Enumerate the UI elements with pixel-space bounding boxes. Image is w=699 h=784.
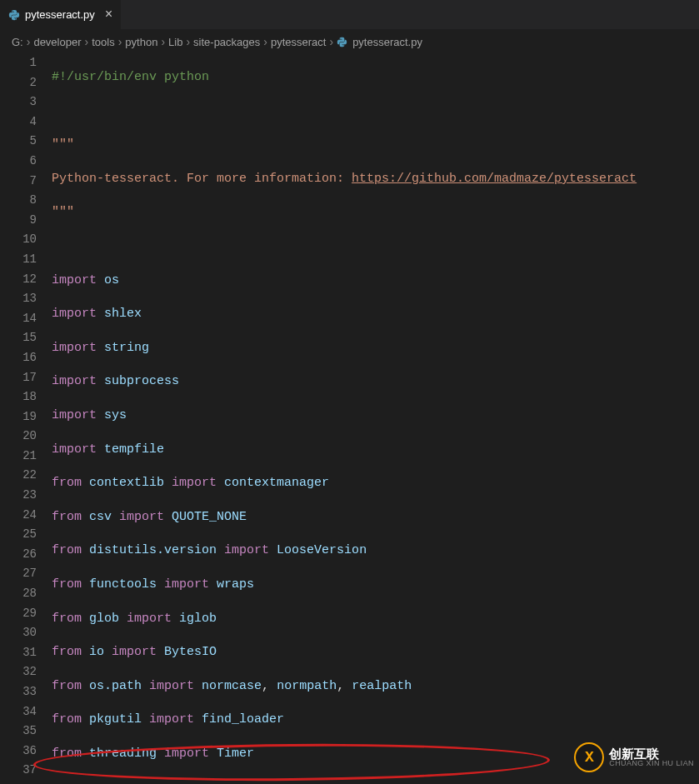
tab-label: pytesseract.py	[25, 8, 95, 21]
code-text: os.path	[89, 679, 142, 693]
chevron-right-icon: ›	[118, 35, 122, 48]
close-icon[interactable]: ×	[105, 7, 113, 22]
line-number: 20	[0, 427, 37, 447]
line-number: 24	[0, 506, 37, 526]
line-number: 33	[0, 682, 37, 702]
code-text: contextlib	[89, 476, 164, 490]
chevron-right-icon: ›	[161, 35, 165, 48]
code-text: find_loader	[202, 712, 284, 727]
code-text: Timer	[217, 747, 254, 761]
line-number: 15	[0, 328, 37, 348]
line-number: 25	[0, 525, 37, 545]
line-number: 28	[0, 584, 37, 604]
line-number: 9	[0, 211, 37, 231]
code-text: distutils.version	[89, 543, 217, 557]
code-text: from	[52, 712, 82, 727]
line-number: 37	[0, 761, 37, 781]
code-text: LooseVersion	[277, 543, 367, 557]
code-text: os	[104, 273, 119, 287]
code-text: import	[164, 577, 209, 592]
code-text: from	[52, 577, 82, 592]
chevron-right-icon: ›	[85, 35, 89, 48]
line-number: 4	[0, 112, 37, 132]
breadcrumb: G: › developer › tools › python › Lib › …	[0, 30, 699, 53]
chevron-right-icon: ›	[263, 35, 267, 48]
code-text: functools	[89, 577, 157, 592]
code-text: import	[119, 510, 164, 524]
code-text: from	[52, 747, 82, 761]
line-number: 2	[0, 73, 37, 93]
line-number: 19	[0, 407, 37, 427]
breadcrumb-item[interactable]: Lib	[168, 36, 182, 48]
code-text: import	[52, 341, 97, 355]
code-text: import	[149, 712, 194, 727]
line-number: 3	[0, 92, 37, 112]
code-text: import	[52, 408, 97, 422]
tab-bar: pytesseract.py ×	[0, 0, 699, 30]
code-text: realpath	[352, 679, 412, 693]
code-text: pkgutil	[89, 712, 142, 727]
code-text: string	[104, 341, 149, 355]
line-number: 10	[0, 230, 37, 250]
code-editor[interactable]: 1234567891011121314151617181920212223242…	[0, 53, 699, 779]
code-text: shlex	[104, 307, 142, 321]
code-text: import	[149, 679, 194, 693]
code-text: QUOTE_NONE	[172, 510, 247, 524]
code-text: wraps	[217, 577, 254, 592]
line-number: 12	[0, 270, 37, 290]
line-number: 18	[0, 387, 37, 407]
breadcrumb-item[interactable]: python	[125, 36, 157, 48]
code-text: import	[224, 543, 269, 557]
line-number: 14	[0, 309, 37, 329]
code-content[interactable]: #!/usr/bin/env python """ Python-tessera…	[52, 53, 699, 779]
line-number-gutter: 1234567891011121314151617181920212223242…	[0, 53, 52, 779]
code-text: from	[52, 612, 82, 626]
chevron-right-icon: ›	[27, 35, 31, 48]
code-text: import	[127, 612, 172, 626]
code-text: sys	[104, 408, 127, 422]
code-text: iglob	[179, 612, 217, 626]
code-text: Python-tesseract. For more information:	[52, 172, 352, 186]
code-text: csv	[89, 510, 112, 524]
breadcrumb-item[interactable]: pytesseract	[271, 36, 326, 48]
breadcrumb-item[interactable]: tools	[92, 36, 114, 48]
chevron-right-icon: ›	[329, 35, 333, 48]
chevron-right-icon: ›	[186, 35, 190, 48]
line-number: 35	[0, 722, 37, 742]
code-text: glob	[89, 612, 119, 626]
line-number: 23	[0, 486, 37, 506]
code-text: threading	[89, 747, 157, 761]
line-number: 11	[0, 250, 37, 270]
line-number: 1	[0, 53, 37, 73]
line-number: 26	[0, 545, 37, 565]
line-number: 31	[0, 643, 37, 663]
code-text: """	[52, 205, 74, 219]
line-number: 8	[0, 191, 37, 211]
line-number: 21	[0, 447, 37, 467]
code-text: """	[52, 137, 74, 152]
line-number: 36	[0, 742, 37, 762]
line-number: 16	[0, 348, 37, 368]
code-text: #!/usr/bin/env python	[52, 70, 209, 84]
breadcrumb-file[interactable]: pytesseract.py	[352, 36, 422, 48]
code-text: import	[172, 476, 217, 490]
python-file-icon	[337, 37, 347, 47]
line-number: 32	[0, 662, 37, 682]
code-text: from	[52, 510, 82, 524]
breadcrumb-item[interactable]: site-packages	[193, 36, 260, 48]
line-number: 7	[0, 172, 37, 192]
code-text: from	[52, 679, 82, 693]
line-number: 34	[0, 702, 37, 722]
code-text: import	[52, 374, 97, 388]
code-text: normcase	[202, 679, 262, 693]
code-text: contextmanager	[224, 476, 329, 490]
code-text: from	[52, 543, 82, 557]
tab-pytesseract[interactable]: pytesseract.py ×	[0, 0, 122, 29]
line-number: 30	[0, 623, 37, 643]
code-text: import	[52, 273, 97, 287]
line-number: 13	[0, 289, 37, 309]
breadcrumb-item[interactable]: developer	[33, 36, 81, 48]
code-link[interactable]: https://github.com/madmaze/pytesseract	[352, 172, 637, 186]
line-number: 5	[0, 132, 37, 152]
breadcrumb-root[interactable]: G:	[12, 36, 23, 48]
